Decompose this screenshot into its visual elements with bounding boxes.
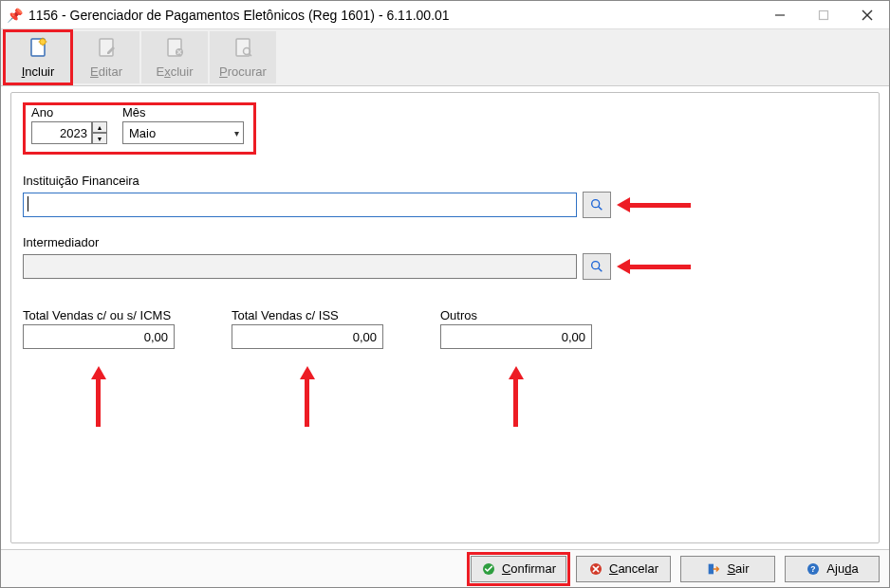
annotation-arrow-left xyxy=(617,260,698,273)
svg-line-21 xyxy=(599,268,603,272)
total-icms-input[interactable] xyxy=(23,324,175,349)
svg-rect-1 xyxy=(820,10,828,19)
svg-point-5 xyxy=(40,39,46,45)
mes-value: Maio xyxy=(129,126,156,140)
svg-rect-26 xyxy=(709,563,714,574)
svg-rect-10 xyxy=(100,39,113,56)
maximize-button[interactable] xyxy=(802,1,845,29)
document-delete-icon xyxy=(163,36,186,63)
instituicao-input[interactable] xyxy=(23,193,577,217)
editar-label: Editar xyxy=(90,64,122,79)
instituicao-search-button[interactable] xyxy=(583,192,611,218)
ajuda-button[interactable]: ? Ajuda xyxy=(785,556,880,582)
x-circle-icon xyxy=(588,561,603,577)
svg-text:?: ? xyxy=(811,564,816,574)
annotation-arrow-up xyxy=(92,366,105,429)
total-iss-label: Total Vendas c/ ISS xyxy=(232,308,383,322)
chevron-down-icon: ▾ xyxy=(234,128,239,138)
text-cursor xyxy=(28,196,28,211)
incluir-label: Incluir xyxy=(22,64,55,79)
mes-label: Mês xyxy=(122,105,244,119)
ano-spin-down[interactable]: ▼ xyxy=(92,133,107,144)
svg-point-20 xyxy=(592,262,600,269)
window-title: 1156 - Gerenciador de Pagamentos Eletôni… xyxy=(28,8,450,23)
help-circle-icon: ? xyxy=(806,561,821,577)
intermediador-input[interactable] xyxy=(23,254,577,279)
action-bar: Confirmar Cancelar Sair ? Ajuda xyxy=(1,549,889,587)
sair-button[interactable]: Sair xyxy=(680,556,775,582)
excluir-button: Excluir xyxy=(141,31,208,83)
total-iss-input[interactable] xyxy=(232,324,383,349)
pin-icon: 📌 xyxy=(7,8,23,23)
form-panel: Ano ▲ ▼ Mês Maio ▾ xyxy=(10,92,880,543)
ano-spinner[interactable]: ▲ ▼ xyxy=(31,121,107,144)
total-outros-label: Outros xyxy=(440,308,592,322)
intermediador-search-button[interactable] xyxy=(583,253,611,280)
close-button[interactable] xyxy=(845,1,889,29)
minimize-button[interactable] xyxy=(758,1,802,29)
total-icms-label: Total Vendas c/ ou s/ ICMS xyxy=(23,308,175,322)
app-window: 📌 1156 - Gerenciador de Pagamentos Eletô… xyxy=(0,0,890,588)
total-outros-input[interactable] xyxy=(440,324,592,349)
document-search-icon xyxy=(232,36,254,63)
svg-point-18 xyxy=(592,200,600,208)
svg-line-19 xyxy=(599,207,603,211)
mes-select[interactable]: Maio ▾ xyxy=(122,121,244,144)
intermediador-label: Intermediador xyxy=(23,235,867,249)
exit-icon xyxy=(706,561,721,577)
procurar-button: Procurar xyxy=(210,31,276,83)
annotation-arrow-up xyxy=(510,366,523,429)
magnifier-icon xyxy=(589,259,604,274)
incluir-button[interactable]: Incluir xyxy=(5,31,71,83)
toolbar: Incluir Editar Excluir Procurar xyxy=(1,29,889,86)
period-group-highlight: Ano ▲ ▼ Mês Maio ▾ xyxy=(23,102,256,155)
check-circle-icon xyxy=(481,561,496,577)
document-new-icon xyxy=(27,36,49,63)
titlebar: 📌 1156 - Gerenciador de Pagamentos Eletô… xyxy=(1,1,889,29)
ano-input[interactable] xyxy=(31,121,92,144)
procurar-label: Procurar xyxy=(219,64,267,79)
annotation-arrow-up xyxy=(301,366,314,429)
instituicao-label: Instituição Financeira xyxy=(23,174,867,188)
excluir-label: Excluir xyxy=(156,64,193,79)
editar-button: Editar xyxy=(73,31,139,83)
annotation-arrow-left xyxy=(617,198,698,211)
confirmar-button[interactable]: Confirmar xyxy=(471,556,566,582)
ano-label: Ano xyxy=(31,105,107,119)
magnifier-icon xyxy=(589,197,604,212)
document-edit-icon xyxy=(95,36,118,63)
ano-spin-up[interactable]: ▲ xyxy=(92,121,107,133)
cancelar-button[interactable]: Cancelar xyxy=(576,556,671,582)
